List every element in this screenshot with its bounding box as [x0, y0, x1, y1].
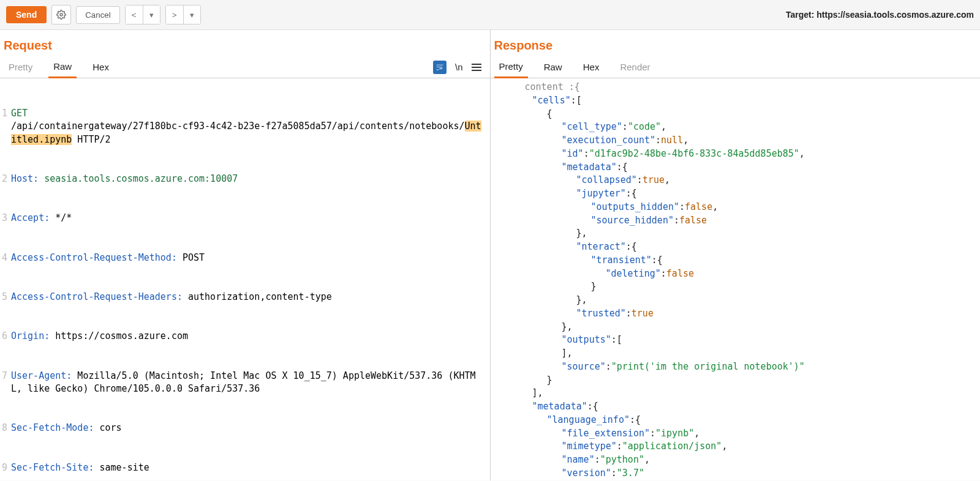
- history-forward-menu[interactable]: ▾: [183, 6, 200, 24]
- target-label: Target:: [786, 10, 814, 20]
- menu-button[interactable]: [472, 64, 481, 71]
- line-number: 5: [0, 291, 11, 304]
- history-forward-group: > ▾: [165, 5, 201, 24]
- line-number: 6: [0, 330, 11, 343]
- cancel-button[interactable]: Cancel: [76, 6, 120, 24]
- history-back-group: < ▾: [125, 5, 160, 24]
- caret-down-icon: ▾: [190, 10, 194, 20]
- line-number: 1: [0, 107, 11, 146]
- settings-button[interactable]: [51, 5, 71, 24]
- response-panel: Response Pretty Raw Hex Render content :…: [491, 30, 981, 480]
- caret-down-icon: ▾: [149, 10, 154, 20]
- line-number: 2: [0, 173, 11, 185]
- gear-icon: [56, 10, 66, 20]
- target-display: Target: https://seasia.tools.cosmos.azur…: [786, 10, 974, 20]
- line-number: 8: [0, 422, 11, 434]
- tab-raw[interactable]: Raw: [539, 57, 567, 77]
- tab-pretty[interactable]: Pretty: [4, 57, 37, 77]
- wrap-toggle-button[interactable]: [433, 61, 447, 74]
- request-panel: Request Pretty Raw Hex \n 1GET /api/cont…: [0, 30, 491, 480]
- request-editor[interactable]: 1GET /api/containergateway/27f180bc-cf93…: [0, 78, 490, 480]
- wrap-icon: [435, 63, 444, 72]
- newline-indicator[interactable]: \n: [455, 62, 463, 72]
- tab-raw[interactable]: Raw: [48, 56, 77, 78]
- send-button[interactable]: Send: [6, 6, 47, 23]
- chevron-right-icon: >: [172, 10, 177, 20]
- response-tabs: Pretty Raw Hex Render: [491, 56, 981, 78]
- history-back-menu[interactable]: ▾: [143, 6, 160, 24]
- tab-hex[interactable]: Hex: [88, 57, 114, 77]
- request-title: Request: [0, 30, 490, 56]
- tab-pretty[interactable]: Pretty: [494, 56, 528, 78]
- line-number: 4: [0, 252, 11, 264]
- tab-render[interactable]: Render: [615, 57, 655, 77]
- svg-point-0: [60, 13, 62, 16]
- response-title: Response: [491, 30, 981, 56]
- line-number: 7: [0, 370, 11, 396]
- line-number: 9: [0, 461, 11, 474]
- target-url: https://seasia.tools.cosmos.azure.com: [816, 10, 974, 20]
- line-number: 3: [0, 212, 11, 225]
- toolbar: Send Cancel < ▾ > ▾ Target: https://seas…: [0, 0, 980, 30]
- history-forward-button[interactable]: >: [166, 6, 183, 24]
- response-viewer[interactable]: content :{ "cells":[ { "cell_type":"code…: [491, 78, 981, 480]
- chevron-left-icon: <: [132, 10, 137, 20]
- request-tabs: Pretty Raw Hex \n: [0, 56, 490, 78]
- history-back-button[interactable]: <: [126, 6, 143, 24]
- tab-hex[interactable]: Hex: [578, 57, 605, 77]
